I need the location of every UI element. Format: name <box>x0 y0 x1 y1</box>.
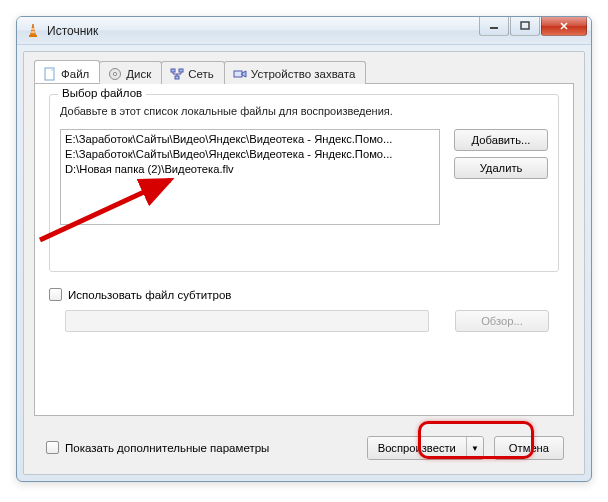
client-area: Файл Диск Сеть Устройство захвата Выбор … <box>23 51 585 475</box>
browse-button: Обзор... <box>455 310 549 332</box>
svg-rect-1 <box>490 27 498 29</box>
vlc-cone-icon <box>25 23 41 39</box>
file-icon <box>43 67 57 81</box>
list-item[interactable]: E:\Заработок\Сайты\Видео\Яндекс\Видеотек… <box>65 132 435 147</box>
hint-text: Добавьте в этот список локальные файлы д… <box>60 105 548 117</box>
checkbox-icon <box>49 288 62 301</box>
tab-capture-label: Устройство захвата <box>251 68 355 80</box>
subtitle-row: Использовать файл субтитров <box>49 288 559 301</box>
svg-rect-7 <box>179 69 183 72</box>
window-title: Источник <box>47 24 479 38</box>
remove-button[interactable]: Удалить <box>454 157 548 179</box>
checkbox-icon <box>46 441 59 454</box>
svg-rect-8 <box>175 76 179 79</box>
tab-file[interactable]: Файл <box>34 60 100 83</box>
tab-panel: Выбор файлов Добавьте в этот список лока… <box>34 84 574 416</box>
svg-rect-0 <box>29 35 37 37</box>
disc-icon <box>108 67 122 81</box>
capture-icon <box>233 67 247 81</box>
tab-file-label: Файл <box>61 68 89 80</box>
tab-network-label: Сеть <box>188 68 214 80</box>
maximize-button[interactable] <box>510 17 540 36</box>
tab-strip: Файл Диск Сеть Устройство захвата <box>34 60 574 84</box>
show-more-row: Показать дополнительные параметры <box>46 441 269 454</box>
close-button[interactable] <box>541 17 587 36</box>
use-subtitle-label: Использовать файл субтитров <box>68 289 231 301</box>
titlebar: Источник <box>17 17 591 45</box>
network-icon <box>170 67 184 81</box>
file-selection-group: Выбор файлов Добавьте в этот список лока… <box>49 94 559 272</box>
file-list[interactable]: E:\Заработок\Сайты\Видео\Яндекс\Видеотек… <box>60 129 440 225</box>
svg-point-5 <box>114 72 117 75</box>
group-label: Выбор файлов <box>58 87 146 99</box>
list-item[interactable]: E:\Заработок\Сайты\Видео\Яндекс\Видеотек… <box>65 147 435 162</box>
tab-disc[interactable]: Диск <box>99 61 162 84</box>
add-button[interactable]: Добавить... <box>454 129 548 151</box>
dialog-window: Источник Файл Диск Сеть Устройство захва <box>16 16 592 482</box>
show-more-checkbox[interactable]: Показать дополнительные параметры <box>46 441 269 454</box>
svg-rect-2 <box>521 22 529 29</box>
chevron-down-icon: ▼ <box>471 444 479 453</box>
svg-rect-9 <box>234 71 242 77</box>
tab-capture[interactable]: Устройство захвата <box>224 61 366 84</box>
footer-buttons: Воспроизвести ▼ Отмена <box>367 436 564 460</box>
cancel-button[interactable]: Отмена <box>494 436 564 460</box>
play-split-button[interactable]: Воспроизвести ▼ <box>367 436 484 460</box>
show-more-label: Показать дополнительные параметры <box>65 442 269 454</box>
tab-disc-label: Диск <box>126 68 151 80</box>
use-subtitle-checkbox[interactable]: Использовать файл субтитров <box>49 288 559 301</box>
play-dropdown[interactable]: ▼ <box>467 437 483 459</box>
subtitle-path-field <box>65 310 429 332</box>
svg-rect-6 <box>171 69 175 72</box>
play-button[interactable]: Воспроизвести <box>368 437 467 459</box>
tab-network[interactable]: Сеть <box>161 61 225 84</box>
minimize-button[interactable] <box>479 17 509 36</box>
list-item[interactable]: D:\Новая папка (2)\Видеотека.flv <box>65 162 435 177</box>
